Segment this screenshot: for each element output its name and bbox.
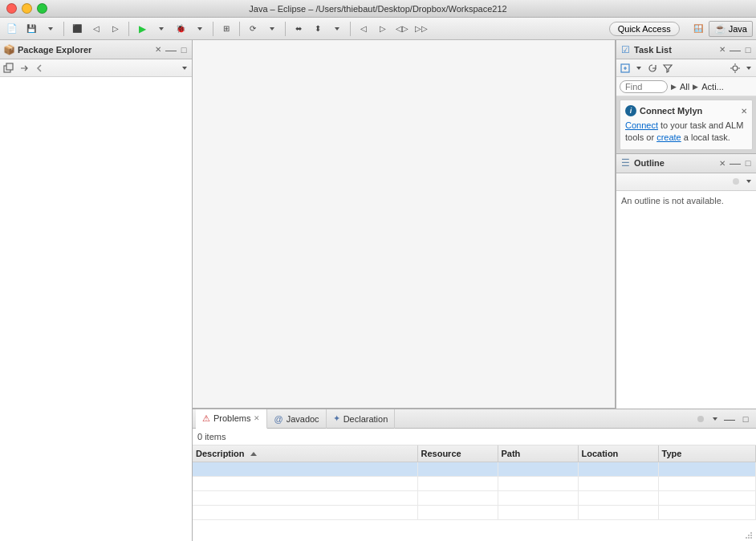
separator-6 [350, 22, 351, 36]
table-row[interactable] [193, 462, 756, 476]
toolbar-btn-3[interactable]: ◁ [87, 20, 105, 38]
toolbar-dropdown-2[interactable] [263, 20, 281, 38]
toolbar-btn-1[interactable]: 💾 [22, 20, 40, 38]
toolbar-btn-4[interactable]: ▷ [107, 20, 124, 38]
task-list-maximize[interactable]: □ [743, 45, 753, 55]
quick-access-button[interactable]: Quick Access [609, 22, 680, 36]
row1-location [578, 462, 658, 476]
perspective-label: Java [729, 24, 747, 34]
activate-label[interactable]: Acti... [701, 82, 724, 92]
back-nav-button[interactable] [32, 61, 47, 75]
java-perspective-button[interactable]: ☕ Java [709, 21, 753, 37]
tab-problems-label: Problems [213, 413, 250, 423]
all-label[interactable]: All [680, 82, 689, 92]
package-explorer-close[interactable]: ✕ [153, 45, 163, 55]
new-task-button[interactable] [618, 61, 632, 75]
outline-minimize[interactable]: — [730, 158, 740, 168]
tab-javadoc[interactable]: @ Javadoc [267, 409, 326, 429]
table-row[interactable] [193, 476, 756, 490]
problems-view-menu[interactable] [709, 412, 721, 426]
row2-resource [417, 476, 498, 490]
outline-header: ☰ Outline ✕ — □ [616, 154, 756, 173]
run-dropdown[interactable] [152, 20, 170, 38]
row2-description [193, 476, 417, 490]
col-header-location[interactable]: Location [578, 445, 658, 462]
problems-icon: ⚠ [202, 413, 210, 424]
toolbar-btn-5[interactable]: ⊞ [217, 20, 235, 38]
top-row: ☑ Task List ✕ — □ [193, 40, 756, 409]
tab-close-icon[interactable]: ✕ [254, 414, 260, 422]
table-row[interactable] [193, 490, 756, 505]
task-list-close[interactable]: ✕ [717, 45, 727, 55]
center-right-container: ☑ Task List ✕ — □ [193, 40, 756, 541]
run-button[interactable]: ▶ [133, 20, 151, 38]
package-explorer-minimize[interactable]: — [166, 45, 176, 55]
open-perspective-button[interactable]: 🪟 [689, 20, 707, 38]
tab-problems[interactable]: ⚠ Problems ✕ [196, 409, 267, 429]
outline-title: Outline [634, 158, 714, 168]
filter-task-button[interactable] [660, 61, 675, 75]
outline-panel: ☰ Outline ✕ — □ [616, 154, 756, 409]
problems-minimize[interactable]: — [722, 412, 737, 426]
package-explorer-title: Package Explorer [18, 45, 150, 55]
create-link[interactable]: create [656, 132, 681, 142]
task-find-input[interactable] [620, 80, 668, 93]
debug-button[interactable]: 🐞 [172, 20, 189, 38]
col-header-type[interactable]: Type [658, 445, 756, 462]
connect-link[interactable]: Connect [625, 120, 658, 130]
task-settings-button[interactable] [728, 61, 742, 75]
toolbar-btn-7[interactable]: ⬌ [290, 20, 307, 38]
mylyn-text: Connect to your task and ALM tools or cr… [625, 120, 747, 144]
problems-maximize[interactable]: □ [738, 412, 753, 426]
window-controls[interactable] [6, 3, 47, 14]
row4-resource [417, 505, 498, 519]
toolbar-dropdown-3[interactable] [328, 20, 346, 38]
col-header-resource[interactable]: Resource [417, 445, 498, 462]
link-with-editor-button[interactable] [17, 61, 31, 75]
toolbar-btn-6[interactable]: ⟳ [244, 20, 262, 38]
problems-filter-button[interactable] [693, 412, 708, 426]
toolbar-dropdown-1[interactable] [42, 20, 59, 38]
mylyn-close-button[interactable]: ✕ [741, 107, 747, 116]
outline-dropdown[interactable] [743, 174, 754, 189]
row2-path [498, 476, 578, 490]
toolbar-btn-12[interactable]: ▷▷ [413, 20, 430, 38]
task-dropdown[interactable] [743, 61, 754, 75]
col-header-description[interactable]: Description [193, 445, 417, 462]
connect-mylyn-panel: i Connect Mylyn ✕ Connect to your task a… [620, 100, 753, 150]
table-row[interactable] [193, 505, 756, 519]
separator-2 [128, 22, 129, 36]
package-explorer-dropdown[interactable] [179, 61, 190, 75]
outline-close[interactable]: ✕ [717, 158, 727, 168]
tab-declaration[interactable]: ✦ Declaration [327, 409, 396, 429]
toolbar-btn-2[interactable]: ⬛ [68, 20, 86, 38]
package-explorer-header: 📦 Package Explorer ✕ — □ [0, 40, 192, 59]
debug-dropdown[interactable] [191, 20, 209, 38]
collapse-all-button[interactable] [2, 61, 16, 75]
new-task-dropdown[interactable] [633, 61, 644, 75]
filter-arrow-2: ▶ [693, 83, 698, 91]
new-button[interactable]: 📄 [3, 20, 21, 38]
outline-maximize[interactable]: □ [743, 158, 753, 168]
close-button[interactable] [6, 3, 17, 14]
package-explorer-maximize[interactable]: □ [179, 45, 189, 55]
col-header-path[interactable]: Path [498, 445, 578, 462]
toolbar-btn-11[interactable]: ◁▷ [393, 20, 411, 38]
outline-icon: ☰ [620, 157, 631, 169]
bottom-panel-controls: — □ [693, 412, 753, 426]
toolbar-btn-10[interactable]: ▷ [374, 20, 392, 38]
resize-grip[interactable] [745, 531, 753, 539]
minimize-button[interactable] [22, 3, 32, 14]
sync-task-button[interactable] [645, 61, 660, 75]
task-list-minimize[interactable]: — [730, 45, 740, 55]
editor-area[interactable] [193, 40, 616, 409]
task-list-toolbar [616, 59, 756, 77]
maximize-button[interactable] [37, 3, 47, 14]
toolbar-btn-9[interactable]: ◁ [355, 20, 372, 38]
row4-description [193, 505, 417, 519]
row3-description [193, 490, 417, 505]
package-explorer-toolbar [0, 59, 192, 77]
toolbar-btn-8[interactable]: ⬍ [309, 20, 327, 38]
outline-btn[interactable] [729, 174, 743, 189]
problems-table-container[interactable]: Description Resource Path Location [193, 445, 756, 541]
